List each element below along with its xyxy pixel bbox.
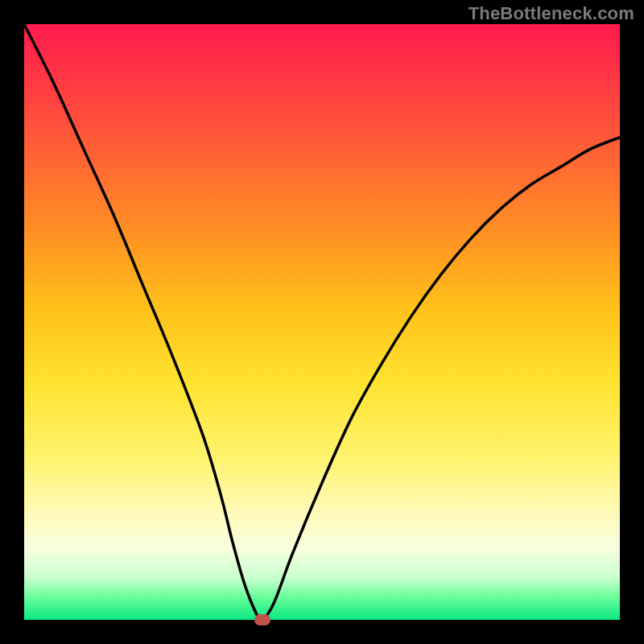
watermark-text: TheBottleneck.com (469, 3, 634, 24)
chart-frame: TheBottleneck.com (0, 0, 644, 644)
bottleneck-curve (24, 24, 620, 620)
plot-area (24, 24, 620, 620)
minimum-marker (254, 614, 270, 625)
